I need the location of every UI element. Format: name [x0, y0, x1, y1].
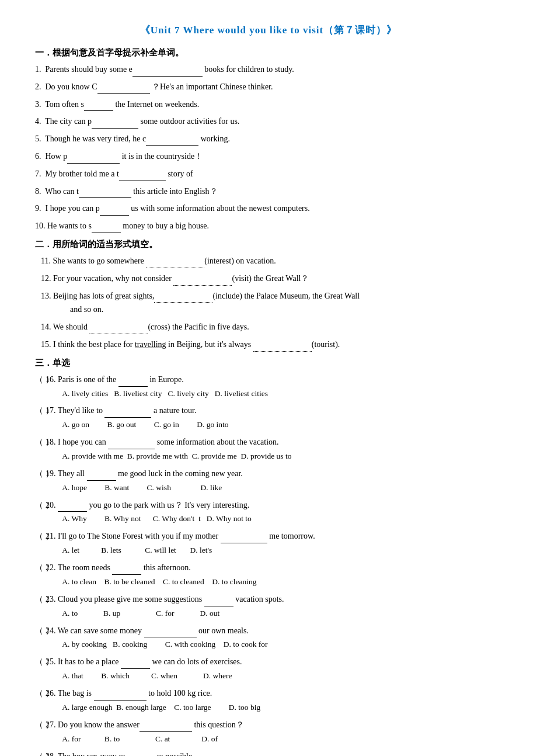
- q7: 7. My brother told me a t story of: [35, 167, 502, 181]
- section2-label: 二．用所给词的适当形式填空。: [35, 239, 502, 250]
- blank-q1: [132, 62, 203, 77]
- q20-options: A. Why B. Why not C. Why don't t D. Why …: [53, 514, 252, 523]
- blank-q18: [108, 435, 155, 449]
- q19-options: A. hope B. want C. wish D. like: [53, 483, 222, 492]
- blank-q22: [112, 560, 141, 575]
- blank-q8: [79, 184, 131, 199]
- blank-q19: [87, 466, 116, 481]
- q19: （ ）19. They all me good luck in the comi…: [35, 466, 502, 495]
- blank-q2: [97, 79, 150, 94]
- blank-q13: [154, 289, 212, 303]
- q24: （ ）24. We can save some money our own me…: [35, 623, 502, 652]
- q4: 4. The city can p some outdoor activitie…: [35, 114, 502, 129]
- q3: 3. Tom often s the Internet on weekends.: [35, 97, 502, 112]
- q27-options: A. for B. to C. at D. of: [53, 734, 218, 743]
- q14: 14. We should (cross) the Pacific in fiv…: [41, 320, 502, 334]
- q16-options: A. lively cities B. liveliest city C. li…: [53, 389, 268, 398]
- section2-questions: 11. She wants to go somewhere (interest)…: [35, 254, 502, 352]
- q25-options: A. that B. which C. when D. where: [53, 671, 232, 680]
- q18: （ ）18. I hope you can some information a…: [35, 435, 502, 463]
- blank-q9: [100, 201, 129, 216]
- section3-questions: （ ）16. Paris is one of the in Europe. A.…: [35, 372, 502, 756]
- blank-q27: [140, 717, 192, 732]
- q2: 2. Do you know C ？He's an important Chin…: [35, 79, 502, 94]
- blank-q16: [118, 372, 148, 387]
- q23-options: A. to B. up C. for D. out: [53, 609, 219, 618]
- section1-label: 一．根据句意及首字母提示补全单词。: [35, 47, 502, 58]
- blank-q24: [144, 623, 197, 638]
- q27: （ ）27. Do you know the answer this quest…: [35, 717, 502, 746]
- q23: （ ）23. Cloud you please give me some sug…: [35, 592, 502, 620]
- blank-q6: [67, 149, 120, 164]
- q20: （ ）20. you go to the park with us？ It's …: [35, 498, 502, 526]
- blank-q23: [204, 592, 233, 606]
- q21-options: A. let B. lets C. will let D. let's: [53, 546, 212, 554]
- q12: 12. For your vacation, why not consider …: [41, 271, 502, 286]
- q17: （ ）17. They'd like to a nature tour. A. …: [35, 403, 502, 432]
- blank-q10: [92, 219, 121, 233]
- blank-q12: [173, 271, 232, 286]
- q1: 1. Parents should buy some e books for c…: [35, 62, 502, 77]
- blank-q17: [104, 403, 151, 418]
- blank-q5: [146, 131, 198, 146]
- q10: 10. He wants to s money to buy a big hou…: [35, 219, 502, 233]
- q22-options: A. to clean B. to be cleaned C. to clean…: [53, 577, 256, 586]
- q26-options: A. large enough B. enough large C. too l…: [53, 703, 260, 712]
- q6: 6. How p it is in the countryside！: [35, 149, 502, 164]
- q5: 5. Though he was very tired, he c workin…: [35, 131, 502, 146]
- q24-options: A. by cooking B. cooking C. with cooking…: [53, 640, 268, 649]
- blank-q15: [253, 337, 312, 352]
- q11: 11. She wants to go somewhere (interest)…: [41, 254, 502, 268]
- blank-q20: [58, 498, 87, 512]
- blank-q25: [121, 654, 150, 669]
- blank-q21: [221, 529, 267, 543]
- blank-q14: [89, 320, 148, 334]
- blank-q26: [94, 686, 147, 700]
- section3-label: 三．单选: [35, 358, 502, 369]
- q9: 9. I hope you can p us with some informa…: [35, 201, 502, 216]
- blank-q11: [146, 254, 204, 268]
- q16: （ ）16. Paris is one of the in Europe. A.…: [35, 372, 502, 401]
- q25: （ ）25. It has to be a place we can do lo…: [35, 654, 502, 683]
- q18-options: A. provide with me B. provide me with C.…: [53, 452, 291, 460]
- blank-q7: [119, 167, 166, 181]
- q17-options: A. go on B. go out C. go in D. go into: [53, 420, 229, 429]
- page-title: 《Unit 7 Where would you like to visit（第７…: [35, 23, 502, 37]
- q8: 8. Who can t this article into English？: [35, 184, 502, 199]
- section1-questions: 1. Parents should buy some e books for c…: [35, 62, 502, 233]
- q21: （ ）21. I'll go to The Stone Forest with …: [35, 529, 502, 557]
- blank-q28: [127, 749, 156, 756]
- blank-q3: [84, 97, 113, 112]
- q28: （ ）28. The boy ran away as as possible. …: [35, 749, 502, 756]
- q26: （ ）26. The bag is to hold 100 kg rice. A…: [35, 686, 502, 715]
- q13: 13. Beijing has lots of great sights, (i…: [41, 289, 502, 317]
- q15: 15. I think the best place for travellin…: [41, 337, 502, 352]
- q22: （ ）22. The room needs this afternoon. A.…: [35, 560, 502, 589]
- blank-q4: [92, 114, 138, 129]
